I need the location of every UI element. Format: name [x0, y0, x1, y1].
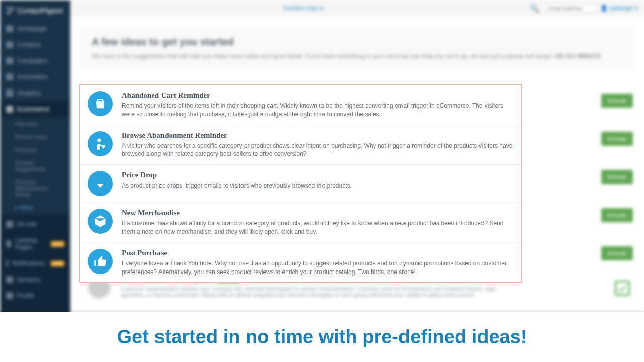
- sidebar-item-landing-pages[interactable]: Landing PagesNEW: [0, 232, 70, 255]
- activate-button[interactable]: Activate: [601, 208, 633, 222]
- user-menu[interactable]: 👤 cpdesign ▾: [600, 5, 638, 12]
- idea-title: Abandoned Cart Reminder: [122, 91, 514, 100]
- activate-button[interactable]: Activate: [601, 246, 633, 260]
- activate-button[interactable]: Activate: [601, 170, 633, 184]
- idea-desc: If a customer has shown affinity for a b…: [122, 219, 514, 236]
- sidebar-item-automation[interactable]: Automation: [0, 69, 70, 85]
- page-header: A few ideas to get you started We have a…: [79, 26, 634, 70]
- svg-point-0: [97, 138, 101, 142]
- sidebar-sub-overview[interactable]: Overview: [0, 117, 70, 130]
- activate-button[interactable]: Activate: [601, 132, 633, 146]
- sidebar-item-profile[interactable]: Profile: [0, 288, 70, 304]
- idea-title: Price Drop: [122, 171, 514, 179]
- sidebar: 🕊ContactPigeon Homepage Contacts Campaig…: [0, 0, 70, 312]
- promo-banner: Get started in no time with pre-defined …: [0, 312, 644, 362]
- sidebar-item-analytics[interactable]: Analytics: [0, 85, 70, 101]
- sidebar-item-notifications[interactable]: NotificationsNEW: [0, 255, 70, 272]
- sidebar-sub-product-suggestions[interactable]: Product Suggestions: [0, 156, 70, 175]
- idea-desc: As product price drops, trigger emails t…: [122, 182, 514, 190]
- idea-new-merchandise[interactable]: New Merchandise If a customer has shown …: [80, 203, 521, 243]
- idea-browse-abandonment[interactable]: Browse Abandonment Reminder A visitor wh…: [80, 125, 521, 165]
- sidebar-sub-products[interactable]: Products: [0, 143, 70, 156]
- pigeon-icon: 🕊: [6, 5, 15, 16]
- segment-desc: Customer segmentation divides your conta…: [121, 286, 515, 298]
- topbar-center-link[interactable]: Contact Lists ▾: [76, 5, 530, 12]
- sidebar-sub-channel-effectiveness[interactable]: Channel Effectiveness (Beta): [0, 175, 70, 201]
- box-icon: [88, 209, 113, 234]
- idea-post-purchase[interactable]: Post Purchase Everyone loves a Thank You…: [80, 243, 521, 283]
- idea-title: New Merchandise: [122, 209, 514, 217]
- sidebar-sub-ideas[interactable]: ▸ Ideas: [0, 201, 70, 214]
- sidebar-item-campaigns[interactable]: Campaigns: [0, 53, 70, 69]
- idea-desc: Remind your visitors of the items left i…: [122, 102, 514, 119]
- sidebar-item-onsite[interactable]: On-site: [0, 216, 70, 232]
- idea-desc: A visitor who searches for a specific ca…: [122, 142, 514, 159]
- sidebar-item-homepage[interactable]: Homepage: [0, 21, 70, 37]
- sidebar-sub-recent-carts[interactable]: Recent Carts: [0, 130, 70, 143]
- logo: 🕊ContactPigeon: [0, 0, 70, 21]
- idea-title: Post Purchase: [122, 249, 514, 257]
- sidebar-item-contacts[interactable]: Contacts: [0, 37, 70, 53]
- idea-desc: Everyone loves a Thank You note. Why not…: [122, 259, 514, 277]
- checkmark-icon: [615, 281, 630, 296]
- idea-title: Browse Abandonment Reminder: [122, 131, 514, 140]
- person-cart-icon: [88, 131, 113, 156]
- idea-abandoned-cart[interactable]: Abandoned Cart Reminder Remind your visi…: [80, 85, 521, 125]
- search-input[interactable]: [545, 4, 595, 13]
- idea-price-drop[interactable]: Price Drop As product price drops, trigg…: [80, 165, 521, 203]
- topbar: Contact Lists ▾ 🔍 👤 cpdesign ▾: [70, 0, 644, 16]
- sidebar-item-ecommerce[interactable]: Ecommerce: [0, 101, 70, 117]
- page-subtitle: We have a few suggestions that will help…: [92, 53, 622, 60]
- arrow-down-icon: [88, 171, 113, 196]
- sidebar-item-services[interactable]: Services: [0, 272, 70, 288]
- banner-text: Get started in no time with pre-defined …: [117, 326, 527, 348]
- bag-icon: [88, 91, 113, 116]
- page-title: A few ideas to get you started: [92, 36, 622, 48]
- ideas-list: Abandoned Cart Reminder Remind your visi…: [79, 84, 522, 283]
- thumb-icon: [88, 249, 113, 274]
- activate-button[interactable]: Activate: [601, 94, 633, 108]
